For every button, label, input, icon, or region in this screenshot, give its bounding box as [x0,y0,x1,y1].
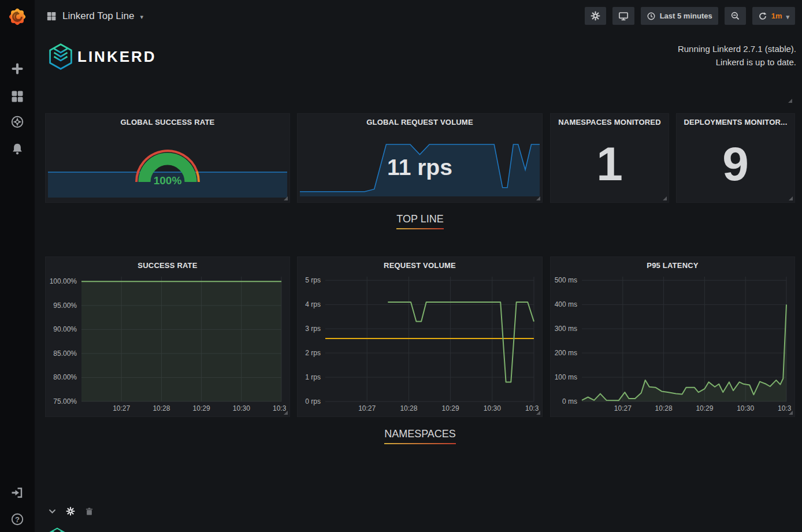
panel-deployments-monitored: DEPLOYMENTS MONITOR... 9 [676,113,795,203]
request-volume-chart[interactable]: 0 rps1 rps2 rps3 rps4 rps5 rps10:2710:28… [300,272,539,414]
explore-icon[interactable] [10,115,24,129]
svg-text:500 ms: 500 ms [555,276,577,284]
svg-text:1 rps: 1 rps [305,373,321,381]
settings-button[interactable] [585,7,606,25]
resize-handle[interactable] [663,196,667,200]
svg-text:100.00%: 100.00% [50,277,77,285]
linkerd-logo-icon [49,527,66,532]
status-line-2: Linkerd is up to date. [678,55,796,69]
panel-title[interactable]: P95 LATENCY [551,261,794,270]
svg-text:0 ms: 0 ms [562,397,577,405]
time-range-picker[interactable]: Last 5 minutes [641,7,718,25]
svg-text:5 rps: 5 rps [305,276,321,284]
svg-text:300 ms: 300 ms [555,325,577,333]
refresh-interval-label: 1m [771,12,782,20]
svg-text:0 rps: 0 rps [305,397,321,405]
chevron-down-icon[interactable]: ▾ [140,12,143,21]
svg-text:4 rps: 4 rps [305,300,321,308]
tv-mode-button[interactable] [612,7,634,25]
refresh-caret-icon: ▾ [786,12,789,21]
panel-global-success-rate: GLOBAL SUCCESS RATE 100% [45,113,290,203]
alerting-icon[interactable] [10,142,24,156]
plus-icon[interactable] [10,62,24,76]
resize-handle[interactable] [536,411,540,415]
panel-title[interactable]: GLOBAL SUCCESS RATE [46,118,289,127]
signin-icon[interactable] [10,486,24,500]
svg-text:2 rps: 2 rps [305,349,321,357]
svg-text:90.00%: 90.00% [53,325,77,333]
help-icon[interactable]: ? [10,512,24,526]
svg-text:10:27: 10:27 [614,404,632,412]
panel-title[interactable]: REQUEST VOLUME [298,261,542,270]
panel-request-volume: REQUEST VOLUME 0 rps1 rps2 rps3 rps4 rps… [297,256,543,417]
resize-handle[interactable] [536,196,540,200]
row-header-namespaces: NAMESPACES [45,428,795,444]
grafana-logo[interactable] [6,5,29,28]
namespaces-count: 1 [551,129,669,199]
time-range-label: Last 5 minutes [660,12,712,20]
row-title-text: NAMESPACES [384,428,456,440]
resize-handle[interactable] [284,411,288,415]
deployments-count: 9 [677,129,794,199]
svg-text:95.00%: 95.00% [53,302,77,310]
svg-text:10:28: 10:28 [400,404,417,412]
svg-text:10:29: 10:29 [696,404,713,412]
success-rate-chart[interactable]: 75.00%80.00%85.00%90.00%95.00%100.00%10:… [48,272,286,414]
resize-handle[interactable] [789,196,793,200]
resize-handle[interactable] [789,411,793,415]
svg-text:10:27: 10:27 [113,404,130,412]
svg-text:80.00%: 80.00% [53,373,77,381]
panel-title[interactable]: DEPLOYMENTS MONITOR... [677,118,794,127]
p95-latency-chart[interactable]: 0 ms100 ms200 ms300 ms400 ms500 ms10:271… [553,272,791,414]
request-volume-value: 11 rps [298,143,542,192]
svg-text:100 ms: 100 ms [555,373,577,381]
status-line-1: Running Linkerd 2.7.1 (stable). [678,42,796,55]
row-title-text: TOP LINE [396,213,443,225]
dashboard-title[interactable]: Linkerd Top Line [62,10,134,22]
success-gauge: 100% [124,135,211,190]
svg-text:10:27: 10:27 [358,404,376,412]
svg-text:10:29: 10:29 [193,404,210,412]
row-delete-trash-icon[interactable] [85,507,94,518]
dashboard: LINKERD Running Linkerd 2.7.1 (stable). … [35,32,802,532]
gauge-value: 100% [154,174,182,187]
row-header-top-line: TOP LINE [45,213,795,229]
svg-text:10:29: 10:29 [442,404,459,412]
svg-text:75.00%: 75.00% [53,397,77,405]
panel-success-rate: SUCCESS RATE 75.00%80.00%85.00%90.00%95.… [45,256,290,417]
svg-text:200 ms: 200 ms [555,349,577,357]
row-title-underline [384,443,456,444]
panel-namespaces-monitored: NAMESPACES MONITORED 1 [550,113,669,203]
dashboard-grid-icon [46,11,57,21]
panel-title[interactable]: SUCCESS RATE [46,261,289,270]
collapse-chevron-icon[interactable] [49,507,56,518]
linkerd-brand: LINKERD [49,43,157,70]
zoom-out-button[interactable] [725,7,746,25]
namespace-row: ns/linkerd [49,527,112,532]
row-title-underline [396,228,443,229]
svg-text:400 ms: 400 ms [555,300,577,308]
row-title-namespaces[interactable]: NAMESPACES [375,428,465,444]
panel-p95-latency: P95 LATENCY 0 ms100 ms200 ms300 ms400 ms… [550,256,795,417]
svg-text:?: ? [15,515,20,524]
panel-global-request-volume: GLOBAL REQUEST VOLUME 11 rps [297,113,543,203]
linkerd-wordmark: LINKERD [77,48,157,66]
panel-title[interactable]: GLOBAL REQUEST VOLUME [298,118,542,127]
row-title-top-line[interactable]: TOP LINE [387,213,452,229]
resize-handle[interactable] [284,196,288,200]
dashboards-icon[interactable] [10,90,24,103]
row-settings-gear-icon[interactable] [66,507,75,518]
svg-text:3 rps: 3 rps [305,325,321,333]
svg-text:10:28: 10:28 [153,404,170,412]
svg-text:10:28: 10:28 [655,404,673,412]
svg-text:10:30: 10:30 [233,404,250,412]
panel-title[interactable]: NAMESPACES MONITORED [551,118,669,127]
refresh-button[interactable]: 1m ▾ [752,7,795,25]
resize-handle[interactable] [788,99,792,103]
linkerd-status: Running Linkerd 2.7.1 (stable). Linkerd … [678,42,796,69]
sidebar: ? [0,0,35,532]
svg-text:85.00%: 85.00% [53,349,77,358]
linkerd-logo-icon [49,43,73,70]
svg-text:10:30: 10:30 [737,404,754,412]
row-controls [49,507,94,518]
